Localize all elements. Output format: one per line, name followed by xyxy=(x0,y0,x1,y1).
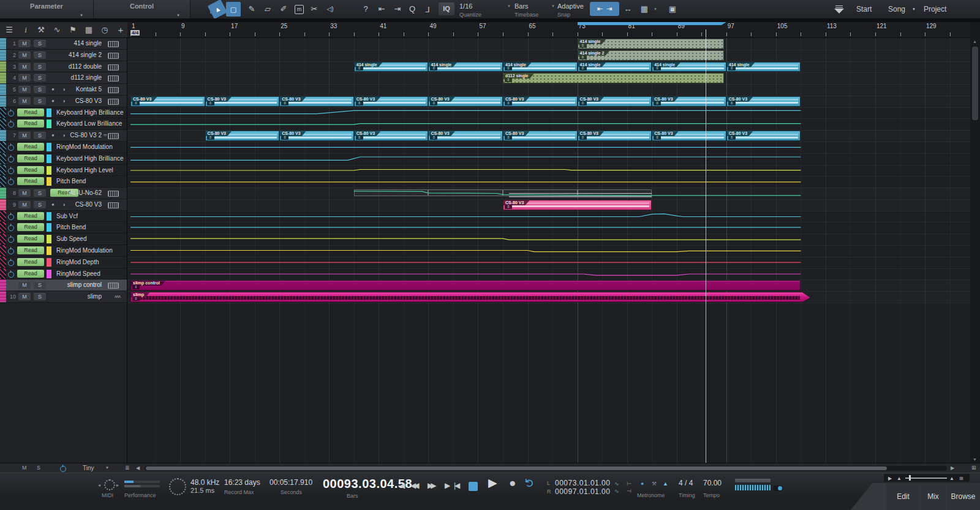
clip-handle-icon[interactable]: ≡ xyxy=(207,101,214,105)
clip[interactable]: CS-80 V3≡ xyxy=(503,96,578,107)
ruler-playhead-marker[interactable] xyxy=(706,29,706,38)
track-row[interactable]: 7MS●◗CS-80 V3 2≂ xyxy=(0,130,127,142)
performance-label[interactable]: Performance xyxy=(124,492,156,498)
clip-handle-icon[interactable]: ≡ xyxy=(579,101,587,105)
automation-lane-row[interactable]: ReadKeyboard High Brilliance xyxy=(0,107,127,119)
mute-button[interactable]: M xyxy=(18,74,31,82)
clip[interactable] xyxy=(503,189,578,196)
punch-out-icon[interactable]: ⊣ xyxy=(627,487,631,495)
bend-right-tool-button[interactable]: ⇥ xyxy=(390,2,405,17)
clip-handle-icon[interactable]: ≡ xyxy=(132,297,140,301)
snap-end-icon[interactable]: ⇥ xyxy=(606,5,612,12)
clip[interactable]: CS-80 V3≡ xyxy=(428,96,503,107)
clip-handle-icon[interactable]: ≡ xyxy=(654,135,661,140)
time-format-icon[interactable]: ◷ xyxy=(98,22,111,37)
snap-relative-icon[interactable]: ↔ xyxy=(620,2,635,17)
loop-range-bar[interactable] xyxy=(578,22,726,25)
clip[interactable]: 414 single≡ xyxy=(354,62,429,72)
global-solo-button[interactable]: S xyxy=(37,463,40,473)
automation-power-icon[interactable] xyxy=(8,237,14,243)
clip[interactable]: CS-80 V3≡ xyxy=(578,131,652,141)
arrangement-area[interactable]: 414 single≡414 single 2≡414 single≡414 s… xyxy=(127,38,970,463)
automation-power-icon[interactable] xyxy=(8,214,14,220)
marker-flag-icon[interactable]: ⚑ xyxy=(66,22,80,37)
input-quantize-button[interactable]: IQ xyxy=(439,2,454,15)
monitor-icon[interactable]: ◗ xyxy=(62,96,66,107)
mute-button[interactable]: M xyxy=(18,132,31,139)
monitor-icon[interactable]: ◗ xyxy=(62,199,66,211)
solo-button[interactable]: S xyxy=(34,51,46,59)
clip-handle-icon[interactable]: ≡ xyxy=(207,135,214,140)
solo-button[interactable]: S xyxy=(34,97,46,105)
clip[interactable]: CS-80 V3≡ xyxy=(428,131,503,141)
clip-handle-icon[interactable]: ≡ xyxy=(356,101,363,105)
clip-handle-icon[interactable]: ≡ xyxy=(505,101,512,105)
play-button[interactable]: ▶ xyxy=(488,479,497,487)
hscroll-thumb[interactable] xyxy=(146,466,887,470)
metronome-speaker-icon[interactable]: ▲ xyxy=(663,479,668,488)
clip-handle-icon[interactable]: ≡ xyxy=(430,66,437,70)
seconds-value[interactable]: 00:05:17.910 xyxy=(270,478,312,487)
track-height-caret-icon[interactable]: ▼ xyxy=(105,463,109,473)
clip[interactable]: CS-80 V3≡ xyxy=(578,96,652,107)
automation-lane-row[interactable]: ReadKeyboard Low Brilliance xyxy=(0,118,127,130)
add-track-icon[interactable]: + xyxy=(114,22,127,37)
playhead[interactable] xyxy=(706,38,706,463)
track-row[interactable]: 1MS414 single xyxy=(0,38,127,50)
song-caret-icon[interactable]: ▼ xyxy=(912,0,916,18)
clip-handle-icon[interactable]: ≡ xyxy=(505,135,512,140)
metronome-setup-icon[interactable]: ⚒ xyxy=(652,479,657,488)
read-automation-button[interactable]: Read xyxy=(17,235,44,243)
record-arm-icon[interactable]: ● xyxy=(51,84,55,96)
clip-handle-icon[interactable]: ≡ xyxy=(281,135,288,140)
clip-handle-icon[interactable]: ≡ xyxy=(579,135,587,140)
video-icon[interactable]: ▣ xyxy=(665,2,680,17)
read-automation-button[interactable]: Read xyxy=(17,212,44,220)
automation-icon[interactable]: ∿ xyxy=(50,22,64,37)
automation-lane-row[interactable]: ReadPitch Bend xyxy=(0,176,127,188)
clip[interactable]: CS-80 V3≡ xyxy=(726,131,801,141)
prev-bar-button[interactable]: ◀ xyxy=(399,481,405,490)
automation-lane-row[interactable]: ReadRingMod Modulation xyxy=(0,245,127,257)
read-automation-button[interactable]: Read xyxy=(17,143,44,151)
timebase-dropdown[interactable]: Bars▼ Timebase xyxy=(514,2,555,18)
loop-button[interactable]: ↺ xyxy=(526,478,534,488)
clip[interactable]: 414 single≡ xyxy=(726,62,801,72)
pencil-tool-button[interactable]: ✎ xyxy=(244,2,259,17)
mute-button[interactable]: M xyxy=(18,281,31,289)
clip-handle-icon[interactable]: ≡ xyxy=(654,101,661,105)
mute-button[interactable]: M xyxy=(18,86,31,93)
solo-button[interactable]: S xyxy=(34,281,46,289)
mute-button[interactable]: M xyxy=(18,51,31,59)
clip[interactable]: CS-80 V3≡ xyxy=(652,96,726,107)
listen-tool-button[interactable]: ◁) xyxy=(323,2,337,17)
vscroll-thumb[interactable] xyxy=(972,47,978,120)
clip-handle-icon[interactable]: ≡ xyxy=(132,285,140,289)
project-page-button[interactable]: Project xyxy=(924,0,946,18)
pre-roll-2-icon[interactable]: ∿ xyxy=(614,487,619,495)
song-page-button[interactable]: Song xyxy=(888,0,905,18)
automation-curve[interactable] xyxy=(130,251,801,252)
timing-value[interactable]: 4 / 4 xyxy=(679,479,693,487)
solo-button[interactable]: S xyxy=(34,63,46,70)
clip[interactable]: 414 single≡ xyxy=(652,62,726,72)
automation-power-icon[interactable] xyxy=(8,110,14,116)
export-mixdown-icon[interactable] xyxy=(834,4,844,14)
automation-lane-row[interactable]: ReadKeyboard High Brilliance xyxy=(0,153,127,165)
clip[interactable]: CS-80 V3≡ xyxy=(503,131,578,141)
right-locator-value[interactable]: 00097.01.01.00 xyxy=(555,487,610,496)
clip[interactable]: CS-80 V3≡ xyxy=(279,96,354,107)
automation-lane-row[interactable]: ReadKeyboard High Level xyxy=(0,165,127,177)
solo-button[interactable]: S xyxy=(34,74,46,82)
zoom-in-icon[interactable]: ▲ xyxy=(949,474,954,483)
mute-button[interactable]: M xyxy=(18,63,31,70)
bend-left-tool-button[interactable]: ⇤ xyxy=(374,2,389,17)
track-row[interactable]: MSslimp control xyxy=(0,280,127,291)
quantize-dropdown[interactable]: 1/16▼ Quantize xyxy=(459,2,511,18)
mute-tool-button[interactable]: m xyxy=(295,5,304,14)
automation-power-icon[interactable] xyxy=(8,272,14,278)
next-bar-button[interactable]: ▶ xyxy=(445,481,450,490)
track-row[interactable]: 5MS●◗Kontakt 5 xyxy=(0,84,127,96)
clip[interactable]: 414 single≡ xyxy=(578,62,652,72)
automation-curve[interactable] xyxy=(130,170,801,171)
